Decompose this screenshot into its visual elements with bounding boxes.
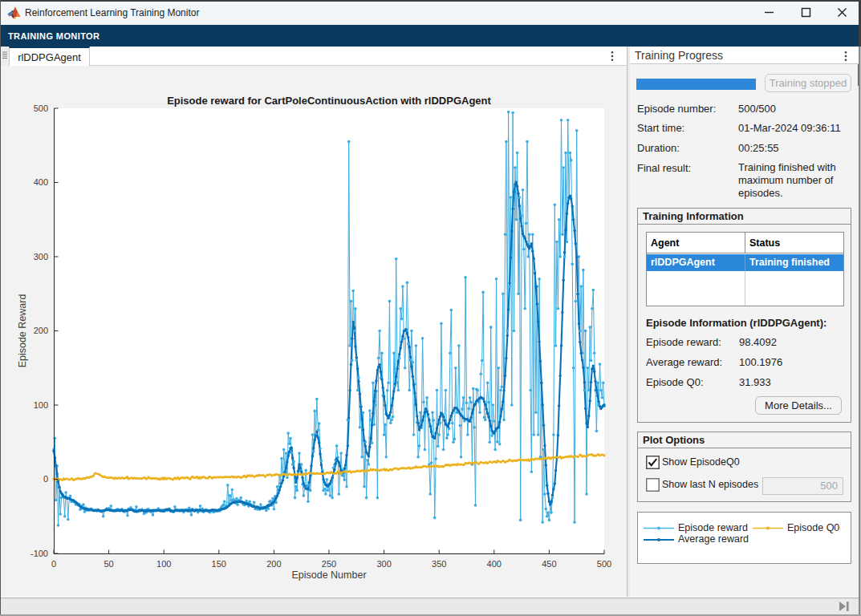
svg-text:300: 300 — [34, 252, 48, 261]
svg-text:500: 500 — [34, 103, 48, 113]
svg-text:100: 100 — [34, 400, 48, 410]
svg-text:Episode Number: Episode Number — [291, 569, 366, 581]
svg-text:300: 300 — [376, 559, 391, 569]
svg-text:50: 50 — [104, 559, 113, 569]
svg-text:Episode Reward: Episode Reward — [17, 294, 28, 368]
svg-text:250: 250 — [322, 559, 336, 569]
svg-text:450: 450 — [542, 559, 556, 569]
svg-text:0: 0 — [51, 559, 56, 569]
svg-text:200: 200 — [266, 559, 281, 569]
svg-text:500: 500 — [597, 559, 611, 569]
svg-text:400: 400 — [34, 177, 48, 187]
svg-text:200: 200 — [34, 326, 48, 335]
svg-text:150: 150 — [212, 559, 226, 569]
svg-text:0: 0 — [43, 474, 48, 484]
svg-text:350: 350 — [432, 559, 446, 569]
svg-text:100: 100 — [156, 559, 171, 569]
svg-text:Episode reward for CartPoleCon: Episode reward for CartPoleContinuousAct… — [167, 95, 491, 107]
svg-text:400: 400 — [487, 559, 502, 569]
svg-text:-100: -100 — [30, 549, 48, 558]
